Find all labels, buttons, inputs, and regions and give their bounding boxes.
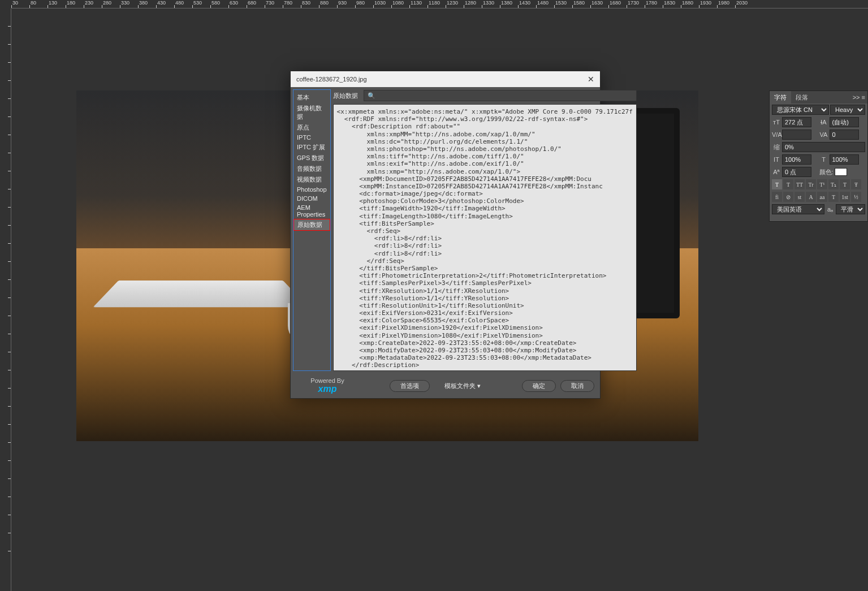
leading-icon: ƗA: [819, 119, 828, 126]
metadata-category-item[interactable]: Photoshop: [293, 185, 330, 194]
metadata-category-item[interactable]: DICOM: [293, 194, 330, 203]
close-icon[interactable]: ✕: [588, 75, 594, 84]
raw-metadata-textarea[interactable]: <x:xmpmeta xmlns:x="adobe:ns:meta/" x:xm…: [333, 104, 637, 371]
character-panel: 字符 段落 >> ≡ 思源宋体 CN Heavy тT ƗA V/A VA 缩 …: [769, 90, 868, 222]
opentype-feature-button[interactable]: 1st: [840, 192, 850, 202]
metadata-category-item[interactable]: 基本: [293, 92, 330, 103]
font-size-icon: тT: [772, 119, 781, 126]
ok-button[interactable]: 确定: [522, 380, 556, 392]
baseline-shift-input[interactable]: [782, 167, 811, 177]
template-folder-button[interactable]: 模板文件夹 ▾: [434, 381, 491, 391]
xmp-logo: xmp: [296, 384, 359, 394]
color-label: 颜色:: [819, 168, 834, 176]
font-family-select[interactable]: 思源宋体 CN: [772, 105, 829, 115]
opentype-feature-button[interactable]: T: [828, 192, 839, 202]
scale-label: 缩: [772, 143, 781, 152]
panel-menu-icon[interactable]: >> ≡: [850, 94, 867, 101]
tab-paragraph[interactable]: 段落: [791, 91, 813, 103]
metadata-category-item[interactable]: 音频数据: [293, 163, 330, 174]
ruler-horizontal: 3080130180230280330380430480530580630680…: [11, 0, 868, 8]
metadata-category-item[interactable]: IPTC: [293, 133, 330, 142]
preferences-button[interactable]: 首选项: [390, 380, 430, 392]
language-select[interactable]: 美国英语: [772, 204, 824, 214]
cancel-button[interactable]: 取消: [560, 380, 594, 392]
tracking-input[interactable]: [830, 130, 859, 140]
opentype-feature-button[interactable]: A: [806, 192, 816, 202]
metadata-category-item[interactable]: 摄像机数据: [293, 103, 330, 122]
dialog-titlebar[interactable]: coffee-1283672_1920.jpg ✕: [291, 71, 600, 87]
text-style-button[interactable]: TT: [794, 179, 805, 189]
text-style-button[interactable]: T: [772, 179, 782, 189]
leading-input[interactable]: [830, 117, 859, 127]
metadata-pane: 原始数据 🔍 <x:xmpmeta xmlns:x="adobe:ns:meta…: [333, 89, 637, 371]
opentype-feature-button[interactable]: fi: [772, 192, 782, 202]
opentype-feature-button[interactable]: aa: [817, 192, 827, 202]
font-size-input[interactable]: [782, 117, 811, 127]
dialog-title-text: coffee-1283672_1920.jpg: [296, 76, 367, 83]
metadata-category-item[interactable]: 原点: [293, 122, 330, 133]
opentype-feature-button[interactable]: ⊘: [783, 192, 793, 202]
metadata-category-list: 基本摄像机数据原点IPTCIPTC 扩展GPS 数据音频数据视频数据Photos…: [293, 89, 331, 371]
text-style-button[interactable]: T: [783, 179, 793, 189]
powered-label: Powered By: [296, 377, 359, 384]
antialias-icon: aₐ: [826, 206, 835, 213]
tracking-icon: VA: [819, 131, 828, 138]
metadata-category-item[interactable]: GPS 数据: [293, 153, 330, 163]
metadata-category-item[interactable]: 视频数据: [293, 174, 330, 185]
metadata-category-item[interactable]: 原始数据: [293, 219, 330, 231]
text-style-button[interactable]: T: [840, 179, 850, 189]
powered-by: Powered By xmp: [296, 377, 359, 394]
text-style-button[interactable]: T₁: [828, 179, 839, 189]
antialias-select[interactable]: 平滑: [836, 204, 865, 214]
pane-title: 原始数据: [333, 92, 358, 100]
horizontal-scale-input[interactable]: [830, 154, 859, 165]
horizontal-scale-icon: T: [819, 156, 828, 163]
font-style-select[interactable]: Heavy: [830, 105, 865, 115]
file-info-dialog: coffee-1283672_1920.jpg ✕ 基本摄像机数据原点IPTCI…: [290, 71, 601, 399]
ruler-vertical: [0, 8, 11, 591]
vertical-scale-input[interactable]: [782, 154, 811, 165]
text-style-button[interactable]: T¹: [817, 179, 827, 189]
text-style-row-1: TTTTTrT¹T₁TŦ: [770, 178, 867, 191]
tab-character[interactable]: 字符: [770, 91, 791, 103]
scale-input[interactable]: [782, 142, 865, 152]
baseline-shift-icon: Aª: [772, 169, 781, 175]
text-style-button[interactable]: Ŧ: [851, 179, 861, 189]
metadata-category-item[interactable]: IPTC 扩展: [293, 142, 330, 153]
text-color-swatch[interactable]: [835, 168, 847, 176]
metadata-search-input[interactable]: [375, 92, 633, 99]
vertical-scale-icon: IT: [772, 156, 781, 163]
kerning-input[interactable]: [782, 130, 811, 140]
search-icon: 🔍: [368, 92, 375, 100]
opentype-feature-button[interactable]: ½: [851, 192, 861, 202]
text-style-row-2: fi⊘stAaaT1st½: [770, 191, 867, 203]
kerning-icon: V/A: [772, 131, 781, 138]
metadata-category-item[interactable]: AEM Properties: [293, 203, 330, 219]
image-book: [93, 281, 308, 307]
opentype-feature-button[interactable]: st: [794, 192, 805, 202]
text-style-button[interactable]: Tr: [806, 179, 816, 189]
metadata-search[interactable]: 🔍: [364, 90, 637, 101]
